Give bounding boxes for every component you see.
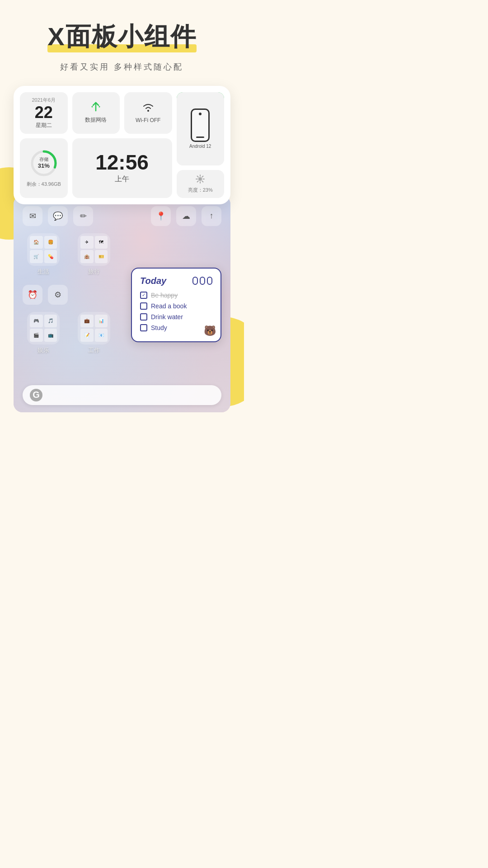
svg-line-18 — [202, 176, 203, 177]
folder-ent-icon-3: 🎬 — [30, 329, 43, 342]
storage-ring: 存储 31% — [29, 148, 59, 178]
todo-bear-icon: 🐻 — [204, 325, 216, 337]
storage-cell[interactable]: 存储 31% 剩余：43.96GB — [20, 138, 68, 198]
main-title-text: X面板小组件 — [47, 22, 196, 51]
main-content: 2021年6月 22 星期二 数据网络 — [0, 77, 244, 430]
date-weekday: 星期二 — [36, 122, 52, 129]
svg-point-5 — [147, 110, 149, 112]
folder-travel-box: ✈ 🗺 🏨 🎫 — [78, 233, 110, 266]
folder-work-icon-3: 📝 — [80, 329, 94, 342]
todo-checkbox-3[interactable] — [140, 313, 147, 321]
folder-travel-icon-3: 🏨 — [80, 250, 94, 263]
app-icon-up[interactable]: ↑ — [202, 206, 221, 226]
folder-entertainment[interactable]: 🎮 🎵 🎬 📺 娱乐 — [27, 312, 60, 354]
todo-item-2[interactable]: Read a book — [140, 302, 212, 310]
todo-header: Today — [140, 276, 212, 286]
folder-work-label: 工作 — [88, 346, 100, 354]
data-network-label: 数据网络 — [85, 116, 107, 124]
app-icon-note[interactable]: ✏ — [73, 206, 93, 226]
todo-ring-3 — [207, 277, 212, 285]
todo-item-1[interactable]: Be happy — [140, 292, 212, 299]
folder-ent-icon-2: 🎵 — [44, 315, 57, 328]
folder-travel-icon-1: ✈ — [80, 236, 94, 249]
clock-cell[interactable]: 12:56 上午 — [72, 138, 172, 198]
folder-entertainment-box: 🎮 🎵 🎬 📺 — [27, 312, 60, 344]
folder-life-icon-3: 🛒 — [30, 250, 43, 263]
phone-screen: ✉ 💬 ✏ 📍 ☁ ↑ 🏠 🍔 🛒 💊 生活 ✈ — [14, 195, 230, 412]
storage-remain: 剩余：43.96GB — [27, 181, 61, 188]
wifi-icon — [142, 103, 155, 115]
svg-line-16 — [197, 176, 198, 177]
app-icon-cloud[interactable]: ☁ — [176, 206, 196, 226]
svg-line-17 — [202, 181, 203, 182]
brightness-label: 亮度：23% — [188, 187, 213, 193]
folder-ent-icon-1: 🎮 — [30, 315, 43, 328]
folder-work-box: 💼 📊 📝 📧 — [78, 312, 110, 344]
wifi-cell[interactable]: Wi-Fi OFF — [124, 92, 172, 134]
folder-life-icon-2: 🍔 — [44, 236, 57, 249]
app-icon-settings[interactable]: ⚙ — [48, 285, 68, 305]
date-cell[interactable]: 2021年6月 22 星期二 — [20, 92, 68, 134]
widget-panel: 2021年6月 22 星期二 数据网络 — [14, 86, 230, 204]
google-search-bar[interactable]: G — [23, 385, 221, 405]
widget-grid: 2021年6月 22 星期二 数据网络 — [20, 92, 224, 198]
clock-time: 12:56 — [95, 152, 149, 173]
todo-item-3[interactable]: Drink water — [140, 313, 212, 321]
icons-row-1: ✉ 💬 ✏ 📍 ☁ ↑ — [23, 206, 221, 226]
phone-label: Android 12 — [189, 144, 211, 149]
app-icon-clock[interactable]: ⏰ — [23, 285, 42, 305]
folder-travel-label: 旅行 — [88, 268, 100, 276]
folder-life-icon-1: 🏠 — [30, 236, 43, 249]
folder-travel-icon-2: 🗺 — [95, 236, 108, 249]
svg-point-4 — [99, 106, 100, 108]
brightness-icon — [196, 175, 205, 186]
data-network-cell[interactable]: 数据网络 — [72, 92, 120, 134]
phone-mockup — [191, 108, 210, 142]
folder-life[interactable]: 🏠 🍔 🛒 💊 生活 — [27, 233, 60, 276]
folder-life-box: 🏠 🍔 🛒 💊 — [27, 233, 60, 266]
todo-checkbox-1[interactable] — [140, 292, 147, 299]
folder-entertainment-label: 娱乐 — [38, 346, 49, 354]
signal-icon — [89, 102, 102, 114]
folder-life-label: 生活 — [38, 268, 49, 276]
google-icon: G — [30, 389, 42, 401]
subtitle: 好看又实用 多种样式随心配 — [0, 61, 244, 72]
app-icon-location[interactable]: 📍 — [151, 206, 171, 226]
app-icon-mail[interactable]: ✉ — [23, 206, 42, 226]
todo-title: Today — [140, 276, 166, 286]
todo-rings — [192, 277, 212, 285]
todo-ring-2 — [200, 277, 205, 285]
svg-line-19 — [197, 181, 198, 182]
app-icon-msg[interactable]: 💬 — [48, 206, 68, 226]
folder-work-icon-4: 📧 — [95, 329, 108, 342]
svg-point-3 — [92, 106, 93, 108]
folder-life-icon-4: 💊 — [44, 250, 57, 263]
wifi-label: Wi-Fi OFF — [136, 117, 160, 123]
todo-item-4[interactable]: Study — [140, 324, 212, 331]
folder-travel-icon-4: 🎫 — [95, 250, 108, 263]
todo-checkbox-4[interactable] — [140, 324, 147, 331]
folder-ent-icon-4: 📺 — [44, 329, 57, 342]
main-title: X面板小组件 — [47, 20, 196, 54]
todo-text-3: Drink water — [151, 313, 183, 321]
todo-text-4: Study — [151, 324, 167, 331]
todo-text-1: Be happy — [151, 292, 178, 299]
folder-work-icon-2: 📊 — [95, 315, 108, 328]
header: X面板小组件 好看又实用 多种样式随心配 — [0, 0, 244, 77]
phone-cell[interactable]: Android 12 — [177, 92, 225, 165]
svg-point-11 — [198, 177, 202, 181]
storage-percent: 存储 31% — [38, 157, 50, 170]
todo-checkbox-2[interactable] — [140, 302, 147, 310]
folder-travel[interactable]: ✈ 🗺 🏨 🎫 旅行 — [78, 233, 110, 276]
date-year-month: 2021年6月 — [32, 97, 56, 104]
folder-work[interactable]: 💼 📊 📝 📧 工作 — [78, 312, 110, 354]
todo-widget: Today Be happy Read a book Drink — [131, 268, 221, 342]
todo-text-2: Read a book — [151, 302, 187, 310]
brightness-cell[interactable]: 亮度：23% — [177, 170, 225, 198]
todo-ring-1 — [192, 277, 198, 285]
clock-ampm: 上午 — [115, 175, 129, 184]
folder-work-icon-1: 💼 — [80, 315, 94, 328]
date-day: 22 — [35, 104, 53, 122]
